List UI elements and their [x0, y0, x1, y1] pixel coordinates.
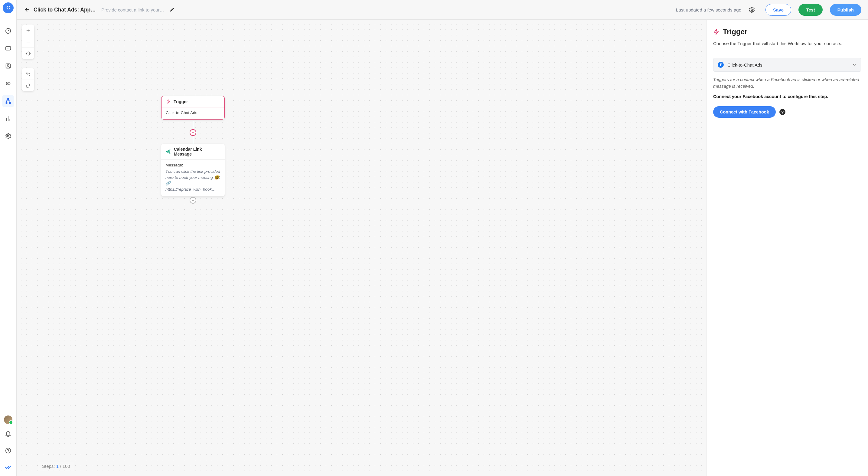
canvas-dots-bg	[17, 20, 706, 476]
node-trigger-body: Click-to-Chat Ads	[161, 108, 224, 119]
chat-icon	[5, 45, 11, 52]
sidebar-bottom	[2, 415, 14, 476]
bar-chart-icon	[5, 115, 11, 122]
gear-icon	[5, 133, 11, 140]
redo-button[interactable]	[22, 80, 34, 91]
node-message-title: Calendar Link Message	[174, 147, 220, 156]
last-updated-label: Last updated a few seconds ago	[676, 7, 741, 12]
trigger-type-select[interactable]: Click-to-Chat Ads	[713, 58, 861, 72]
node-trigger[interactable]: Trigger Click-to-Chat Ads	[161, 96, 225, 120]
connect-warning: Connect your Facebook account to configu…	[713, 94, 861, 99]
publish-button[interactable]: Publish	[830, 4, 861, 16]
panel-subtitle: Choose the Trigger that will start this …	[713, 40, 861, 47]
steps-total: 100	[63, 464, 70, 469]
brand-logo-icon	[2, 461, 14, 473]
gauge-icon	[5, 28, 11, 34]
workflow-canvas[interactable]: Trigger Click-to-Chat Ads Calendar Link …	[17, 20, 706, 476]
zoom-controls	[22, 25, 34, 59]
sidebar-item-reports[interactable]	[2, 113, 14, 125]
main-area: Click to Chat Ads: Appointme… Last updat…	[17, 0, 868, 476]
trigger-select-label: Click-to-Chat Ads	[727, 62, 848, 67]
add-step-end-button[interactable]	[190, 197, 196, 204]
edit-title-button[interactable]	[170, 7, 175, 12]
add-step-button[interactable]	[190, 129, 196, 136]
svg-point-11	[751, 9, 753, 10]
sidebar-item-notifications[interactable]	[2, 428, 14, 440]
bolt-icon	[166, 99, 170, 104]
connector-line	[193, 121, 193, 129]
steps-label: Steps:	[42, 464, 55, 469]
facebook-icon	[718, 62, 724, 68]
workflow-icon	[5, 98, 11, 105]
connect-facebook-button[interactable]: Connect with Facebook	[713, 106, 776, 118]
test-button[interactable]: Test	[799, 4, 823, 16]
bell-icon	[5, 431, 11, 438]
pencil-icon	[170, 7, 175, 12]
panel-title: Trigger	[723, 28, 747, 36]
svg-point-4	[7, 83, 9, 84]
connector-dashed	[193, 188, 193, 197]
bolt-icon	[713, 28, 720, 35]
double-check-icon	[4, 463, 12, 471]
node-message-header: Calendar Link Message	[161, 144, 225, 160]
gear-icon	[748, 6, 755, 13]
workflow-description-input[interactable]	[101, 7, 165, 12]
help-circle-icon	[5, 447, 11, 454]
fit-view-button[interactable]	[22, 48, 34, 59]
back-button[interactable]	[23, 7, 29, 13]
zoom-in-button[interactable]	[22, 25, 34, 36]
trigger-description: Triggers for a contact when a Facebook a…	[713, 77, 861, 90]
svg-point-10	[8, 452, 8, 452]
node-trigger-title: Trigger	[174, 99, 188, 104]
sidebar-nav	[2, 25, 14, 142]
svg-point-3	[7, 64, 9, 66]
left-sidebar: C	[0, 0, 17, 476]
content-row: Trigger Click-to-Chat Ads Calendar Link …	[17, 20, 868, 476]
message-preview-line1: You can click the link provided here to …	[165, 169, 220, 180]
sidebar-item-dashboard[interactable]	[2, 25, 14, 37]
connect-row: Connect with Facebook ?	[713, 106, 861, 118]
crosshair-icon	[25, 51, 31, 56]
topbar: Click to Chat Ads: Appointme… Last updat…	[17, 0, 868, 20]
help-button[interactable]: ?	[779, 109, 785, 115]
steps-separator: /	[60, 464, 61, 469]
plus-icon	[191, 199, 195, 202]
sidebar-item-broadcast[interactable]	[2, 78, 14, 90]
sidebar-item-contacts[interactable]	[2, 60, 14, 72]
undo-icon	[25, 71, 31, 77]
history-controls	[22, 68, 34, 91]
undo-button[interactable]	[22, 68, 34, 80]
svg-point-12	[27, 52, 30, 55]
steps-current: 1	[56, 464, 59, 469]
zoom-out-button[interactable]	[22, 36, 34, 48]
divider	[713, 52, 861, 52]
workflow-title[interactable]: Click to Chat Ads: Appointme…	[34, 7, 97, 13]
sidebar-item-help[interactable]	[2, 445, 14, 457]
plus-icon	[26, 28, 31, 33]
save-button[interactable]: Save	[766, 4, 791, 16]
contact-icon	[5, 63, 11, 69]
node-trigger-header: Trigger	[161, 96, 224, 108]
broadcast-icon	[5, 80, 11, 87]
minus-icon	[26, 40, 31, 44]
message-label: Message:	[165, 163, 220, 167]
panel-title-row: Trigger	[713, 28, 861, 36]
sidebar-item-settings[interactable]	[2, 130, 14, 142]
connector-line	[193, 136, 193, 144]
workspace-avatar[interactable]: C	[3, 2, 13, 13]
send-message-icon	[165, 149, 171, 154]
user-avatar[interactable]	[4, 415, 12, 424]
svg-point-8	[7, 135, 9, 137]
steps-counter: Steps: 1 / 100	[38, 462, 74, 471]
sidebar-item-workflows[interactable]	[2, 95, 14, 107]
chevron-down-icon	[852, 62, 857, 67]
plus-icon	[191, 131, 195, 135]
sidebar-item-inbox[interactable]	[2, 42, 14, 55]
workflow-settings-button[interactable]	[748, 6, 755, 13]
redo-icon	[25, 83, 31, 88]
arrow-left-icon	[23, 7, 29, 13]
config-panel: Trigger Choose the Trigger that will sta…	[706, 20, 868, 476]
